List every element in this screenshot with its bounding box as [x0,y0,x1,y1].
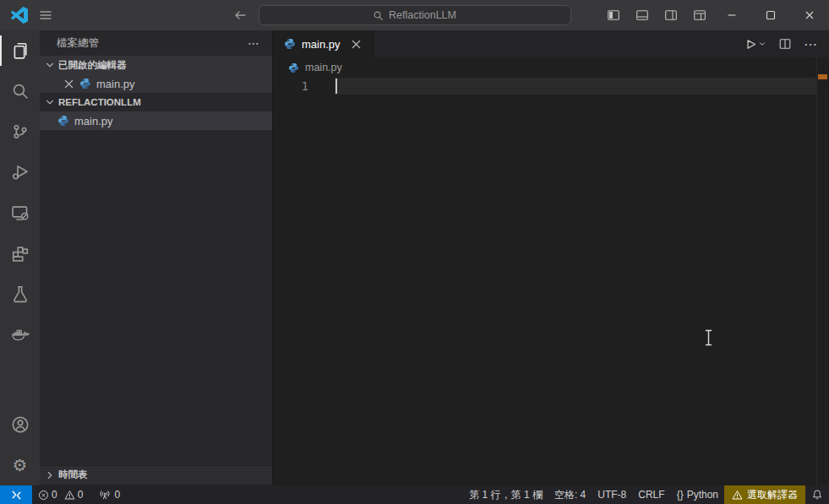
eol-label: CRLF [638,489,664,501]
run-debug-icon[interactable] [0,152,40,192]
editor-body[interactable]: main.py 1 [273,57,829,485]
editor-actions: ⋯ [743,30,829,57]
run-python-file-button[interactable] [743,37,766,51]
search-sidebar-icon[interactable] [0,71,40,111]
cursor-overview-marker-icon [818,74,827,79]
select-interpreter-label: 選取解譯器 [747,488,798,502]
sidebar-title: 檔案總管 [57,36,99,51]
search-value: ReflactionLLM [389,9,456,21]
notifications-button[interactable] [805,485,829,504]
layout-controls [606,0,707,30]
vscode-window: ReflactionLLM [0,0,829,504]
accounts-icon[interactable] [0,404,40,445]
open-editors-label: 已開啟的編輯器 [58,59,127,72]
workspace-folder-label: REFLACTIONLLM [58,97,141,107]
mouse-ibeam-cursor-icon [704,329,713,346]
warning-count: 0 [78,489,84,501]
code-area[interactable]: 1 [273,78,829,485]
status-bar-right: 第 1 行，第 1 欄 空格: 4 UTF-8 CRLF {} Python 選… [463,485,829,504]
split-editor-icon[interactable] [778,37,792,51]
explorer-icon[interactable] [0,30,40,71]
timeline-header[interactable]: 時間表 [40,465,272,484]
customize-layout-icon[interactable] [692,8,707,23]
maximize-icon[interactable] [751,0,790,30]
tab-main-py[interactable]: main.py [273,30,374,57]
overview-ruler[interactable] [816,57,829,485]
search-icon [373,10,384,21]
open-editor-item[interactable]: main.py [40,74,272,93]
warning-icon [64,490,75,501]
remote-indicator-button[interactable] [0,485,32,504]
error-icon [38,490,49,501]
file-item-selected[interactable]: main.py [40,111,272,130]
cursor-position-label: 第 1 行，第 1 欄 [469,488,543,502]
language-mode-button[interactable]: {} Python [671,485,724,504]
toggle-panel-icon[interactable] [635,8,650,23]
sidebar-header: 檔案總管 ⋯ [40,30,272,56]
python-file-icon [283,37,297,51]
open-editors-header[interactable]: 已開啟的編輯器 [40,56,272,74]
command-center-search[interactable]: ReflactionLLM [259,5,571,25]
explorer-sidebar: 檔案總管 ⋯ 已開啟的編輯器 main.py REFLACTIONLLM [40,30,272,485]
remote-explorer-icon[interactable] [0,192,40,233]
settings-gear-icon[interactable]: ⚙ [0,445,40,485]
error-count: 0 [52,489,57,501]
current-line-highlight [335,78,816,95]
tab-bar: main.py ⋯ [273,30,829,57]
close-tab-icon[interactable] [349,36,364,51]
chevron-down-icon [43,95,57,109]
close-editor-icon[interactable] [62,77,75,90]
breadcrumb[interactable]: main.py [273,57,829,78]
tab-label: main.py [302,38,341,51]
status-bar: 0 0 0 第 1 行，第 1 欄 空格: 4 UTF-8 CRLF {} Py… [0,485,829,504]
language-label: Python [687,489,718,501]
more-actions-icon[interactable]: ⋯ [804,36,817,52]
select-interpreter-button[interactable]: 選取解譯器 [724,485,805,504]
ports-button[interactable]: 0 [93,485,126,504]
activity-bar: ⚙ [0,30,40,485]
radio-tower-icon [99,489,111,501]
back-icon[interactable] [230,5,250,25]
vscode-logo [11,7,28,24]
file-item-filename: main.py [74,115,113,127]
extensions-icon[interactable] [0,233,40,274]
indentation-button[interactable]: 空格: 4 [548,485,592,504]
title-bar: ReflactionLLM [0,0,829,30]
breadcrumb-item[interactable]: main.py [305,62,342,73]
warning-icon [732,490,743,501]
docker-icon[interactable] [0,314,40,355]
toggle-primary-sidebar-icon[interactable] [606,8,621,23]
editor-group: main.py ⋯ main.py [272,30,829,485]
braces-icon: {} [677,489,684,501]
python-file-icon [286,61,300,74]
text-caret [335,79,337,94]
open-editor-filename: main.py [96,78,135,90]
workspace-folder-header[interactable]: REFLACTIONLLM [40,93,272,111]
cursor-position-button[interactable]: 第 1 行，第 1 欄 [463,485,548,504]
remote-icon [10,489,23,501]
menu-icon[interactable] [37,8,54,22]
sidebar-more-actions-icon[interactable]: ⋯ [248,36,260,50]
indentation-label: 空格: 4 [554,488,586,502]
python-file-icon [79,77,92,90]
chevron-right-icon [43,469,57,482]
close-window-icon[interactable] [790,0,829,30]
run-dropdown-chevron-icon [758,40,766,48]
bell-icon [811,489,823,501]
toggle-secondary-sidebar-icon[interactable] [663,8,679,23]
activity-bar-spacer [0,355,40,404]
encoding-button[interactable]: UTF-8 [592,485,632,504]
encoding-label: UTF-8 [597,489,626,501]
ports-count: 0 [114,489,120,501]
line-number: 1 [273,78,335,95]
chevron-down-icon [43,58,57,72]
problems-button[interactable]: 0 0 [32,485,93,504]
timeline-label: 時間表 [58,469,88,481]
testing-icon[interactable] [0,274,40,314]
source-control-icon[interactable] [0,111,40,152]
gear-glyph: ⚙ [13,457,28,474]
window-controls [712,0,829,30]
python-file-icon [57,114,70,127]
eol-button[interactable]: CRLF [632,485,670,504]
minimize-icon[interactable] [712,0,751,30]
